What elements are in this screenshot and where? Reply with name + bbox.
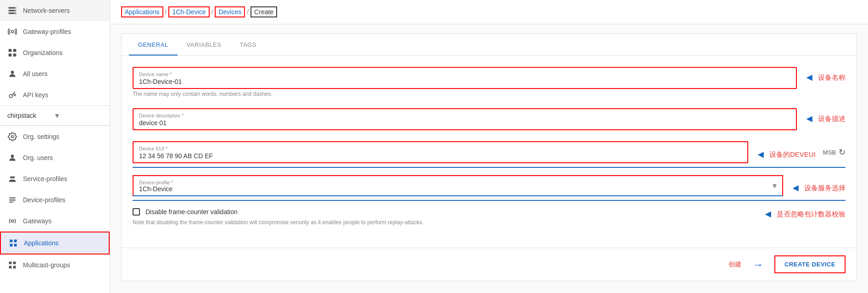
- sidebar-item-multicast-groups[interactable]: Multicast-groups: [0, 254, 110, 276]
- sidebar-item-api-keys-label: API keys: [23, 91, 48, 99]
- sidebar-item-all-users[interactable]: All users: [0, 63, 110, 84]
- device-profile-annotation: ◄ 设备服务选择: [790, 182, 846, 194]
- sidebar-item-service-profiles-label: Service-profiles: [23, 175, 67, 182]
- main-content: Applications / 1Ch-Device / Devices / Cr…: [110, 0, 868, 293]
- gateway-profiles-icon: [7, 27, 17, 37]
- org-selector-label: chirpstack: [7, 112, 55, 119]
- breadcrumb: Applications / 1Ch-Device / Devices / Cr…: [110, 0, 868, 24]
- sidebar-item-gateways[interactable]: Gateways: [0, 210, 110, 232]
- svg-point-17: [12, 176, 15, 178]
- sidebar-item-device-profiles[interactable]: Device-profiles: [0, 189, 110, 210]
- svg-rect-9: [9, 54, 12, 57]
- org-selector[interactable]: chirpstack ▾: [0, 105, 110, 126]
- device-profile-row: Device-profile * 1Ch-Device ▾ ◄ 设备服务选择: [133, 175, 846, 201]
- frame-counter-arrow-icon: ◄: [763, 208, 773, 220]
- breadcrumb-create: Create: [250, 6, 277, 17]
- api-keys-icon: [7, 90, 17, 100]
- org-settings-icon: [7, 132, 17, 142]
- svg-rect-24: [14, 240, 17, 243]
- svg-rect-25: [10, 244, 13, 247]
- breadcrumb-applications[interactable]: Applications: [121, 6, 163, 17]
- svg-point-4: [15, 10, 16, 11]
- breadcrumb-sep-2: /: [210, 8, 215, 16]
- sidebar-item-org-users[interactable]: Org. users: [0, 147, 110, 168]
- device-eui-input[interactable]: [139, 152, 742, 160]
- breadcrumb-sep-3: /: [245, 8, 250, 16]
- eui-arrow-icon: ◄: [756, 149, 766, 160]
- organizations-icon: [7, 48, 17, 58]
- sidebar-item-api-keys[interactable]: API keys: [0, 84, 110, 105]
- create-device-button[interactable]: CREATE DEVICE: [774, 255, 846, 273]
- device-profiles-icon: [7, 195, 17, 205]
- device-description-label: Device description *: [139, 113, 790, 118]
- device-description-annotation-text: 设备描述: [818, 115, 846, 123]
- svg-point-3: [15, 7, 16, 8]
- profile-arrow-icon: ◄: [790, 182, 801, 194]
- refresh-icon[interactable]: ↻: [839, 147, 846, 157]
- sidebar-item-org-settings[interactable]: Org. settings: [0, 126, 110, 147]
- device-profile-label: Device-profile *: [139, 180, 777, 185]
- svg-rect-28: [13, 262, 16, 265]
- tab-general[interactable]: GENERAL: [129, 34, 178, 55]
- sidebar-item-org-users-label: Org. users: [23, 154, 53, 161]
- breadcrumb-device[interactable]: 1Ch-Device: [168, 6, 209, 17]
- sidebar-item-device-profiles-label: Device-profiles: [23, 196, 66, 204]
- sidebar-item-gateways-label: Gateways: [23, 217, 51, 225]
- device-name-label: Device name *: [139, 72, 790, 77]
- all-users-icon: [7, 69, 17, 79]
- eui-controls: MSB ↻: [823, 147, 846, 157]
- multicast-groups-icon: [7, 260, 17, 270]
- chevron-down-icon: ▾: [55, 111, 103, 121]
- device-profile-field: Device-profile * 1Ch-Device ▾: [133, 175, 783, 196]
- sidebar-item-network-servers-label: Network-servers: [23, 7, 70, 14]
- tab-tags[interactable]: TAGS: [230, 34, 265, 55]
- create-device-card: GENERAL VARIABLES TAGS Device name * The…: [121, 33, 857, 281]
- frame-counter-checkbox[interactable]: [133, 208, 140, 216]
- sidebar-item-applications[interactable]: Applications: [0, 232, 110, 254]
- org-section: Org. settings Org. users Service-profile…: [0, 126, 110, 276]
- desc-arrow-icon: ◄: [804, 113, 814, 125]
- svg-rect-23: [10, 240, 13, 243]
- svg-rect-7: [9, 49, 12, 52]
- org-users-icon: [7, 153, 17, 163]
- sidebar-item-service-profiles[interactable]: Service-profiles: [0, 168, 110, 189]
- device-description-field: Device description *: [133, 108, 797, 130]
- frame-counter-row: Disable frame-counter validation Note th…: [133, 208, 846, 226]
- device-name-annotation: ◄ 设备名称: [804, 72, 846, 83]
- frame-counter-annotation-text: 是否忽略包计数器校验: [777, 210, 846, 219]
- device-profile-annotation-text: 设备服务选择: [804, 184, 846, 193]
- device-profile-select[interactable]: 1Ch-Device: [139, 185, 777, 193]
- sidebar-item-all-users-label: All users: [23, 70, 48, 77]
- sidebar-item-gateway-profiles[interactable]: Gateway-profiles: [0, 21, 110, 42]
- sidebar-item-applications-label: Applications: [24, 239, 59, 247]
- svg-rect-30: [13, 266, 16, 269]
- svg-point-22: [11, 220, 14, 222]
- arrow-icon: ◄: [804, 72, 814, 83]
- frame-counter-annotation: ◄ 是否忽略包计数器校验: [763, 208, 846, 220]
- sidebar-item-organizations-label: Organizations: [23, 49, 62, 56]
- card-footer: 创建 → CREATE DEVICE: [122, 248, 857, 281]
- frame-counter-label: Disable frame-counter validation: [145, 208, 238, 216]
- device-description-input[interactable]: [139, 119, 790, 127]
- frame-counter-hint: Note that disabling the frame-counter va…: [133, 219, 756, 226]
- create-link[interactable]: 创建: [729, 260, 741, 269]
- svg-point-16: [10, 176, 12, 178]
- svg-point-12: [9, 94, 12, 98]
- frame-counter-checkbox-row: Disable frame-counter validation: [133, 208, 756, 216]
- device-name-hint: The name may only contain words, numbers…: [133, 91, 797, 97]
- device-eui-annotation-text: 设备的DEVEUI: [769, 150, 816, 159]
- device-eui-field: Device EUI *: [133, 141, 748, 163]
- device-name-field: Device name *: [133, 67, 797, 89]
- sidebar-item-gateway-profiles-label: Gateway-profiles: [23, 28, 71, 35]
- network-servers-icon: [7, 6, 17, 16]
- sidebar-item-organizations[interactable]: Organizations: [0, 42, 110, 63]
- sidebar: Network-servers Gateway-profiles Organiz…: [0, 0, 110, 293]
- svg-rect-29: [9, 266, 12, 269]
- breadcrumb-devices[interactable]: Devices: [215, 6, 245, 17]
- msb-label: MSB: [823, 149, 836, 156]
- tab-variables[interactable]: VARIABLES: [178, 34, 231, 55]
- sidebar-item-network-servers[interactable]: Network-servers: [0, 0, 110, 21]
- service-profiles-icon: [7, 174, 17, 184]
- device-eui-label: Device EUI *: [139, 146, 167, 151]
- device-name-input[interactable]: [139, 78, 790, 85]
